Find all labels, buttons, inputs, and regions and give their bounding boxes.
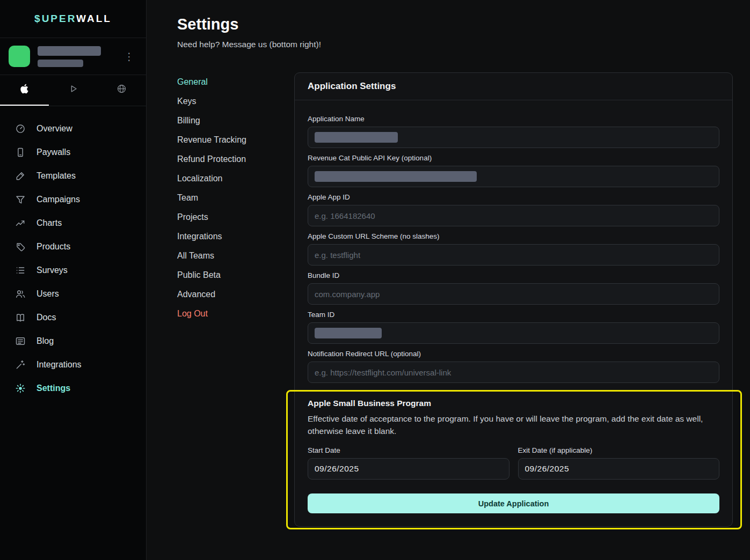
app-name-redacted (38, 46, 101, 67)
sidebar-nav: Overview Paywalls Templates Campaigns Ch… (0, 106, 146, 400)
settings-nav-general[interactable]: General (177, 72, 294, 92)
bundle-id-input[interactable] (308, 283, 719, 305)
page-title: Settings (177, 14, 733, 34)
sidebar-item-label: Products (37, 242, 70, 252)
apple-small-business-program-section: Apple Small Business Program Effective d… (308, 398, 719, 480)
sidebar-item-users[interactable]: Users (0, 282, 146, 306)
application-name-input[interactable] (308, 127, 719, 148)
blog-icon (15, 336, 26, 347)
start-date-input[interactable] (308, 458, 509, 480)
sidebar-item-blog[interactable]: Blog (0, 329, 146, 353)
revenuecat-api-key-input[interactable] (308, 166, 719, 187)
redacted-value (315, 328, 382, 338)
start-date-field: Start Date (308, 446, 509, 480)
sidebar-item-label: Integrations (37, 360, 82, 370)
bundle-id-label: Bundle ID (308, 271, 719, 280)
sidebar-item-label: Users (37, 289, 59, 299)
sidebar-item-templates[interactable]: Templates (0, 164, 146, 188)
sidebar-item-docs[interactable]: Docs (0, 306, 146, 329)
notification-redirect-url-label: Notification Redirect URL (optional) (308, 349, 719, 358)
sidebar-item-overview[interactable]: Overview (0, 117, 146, 141)
surveys-icon (15, 265, 26, 276)
settings-nav-advanced[interactable]: Advanced (177, 285, 294, 304)
team-id-input[interactable] (308, 322, 719, 344)
settings-nav-billing[interactable]: Billing (177, 111, 294, 130)
sidebar: $UPERWALL ⋮ (0, 0, 147, 560)
paywalls-icon (15, 147, 26, 158)
field-bundle-id: Bundle ID (308, 271, 719, 305)
settings-nav-team[interactable]: Team (177, 188, 294, 208)
redacted-app-subtitle (38, 60, 83, 67)
apple-app-id-label: Apple App ID (308, 193, 719, 202)
revenuecat-api-key-label: Revenue Cat Public API Key (optional) (308, 153, 719, 163)
apple-custom-url-scheme-label: Apple Custom URL Scheme (no slashes) (308, 232, 719, 241)
kebab-menu-icon[interactable]: ⋮ (121, 49, 137, 64)
settings-nav-all-teams[interactable]: All Teams (177, 246, 294, 266)
tab-google-play-platform[interactable] (49, 75, 98, 106)
settings-nav-revenue-tracking[interactable]: Revenue Tracking (177, 130, 294, 150)
logo-text: $UPERWALL (34, 13, 112, 25)
redacted-value (315, 132, 398, 143)
docs-icon (15, 312, 26, 323)
team-id-label: Team ID (308, 310, 719, 319)
charts-icon (15, 218, 26, 229)
sidebar-item-label: Settings (37, 384, 70, 393)
redacted-value (315, 171, 477, 182)
card-title: Application Settings (295, 73, 732, 100)
exit-date-field: Exit Date (if applicable) (518, 446, 720, 480)
settings-nav-public-beta[interactable]: Public Beta (177, 266, 294, 285)
sidebar-item-label: Charts (37, 218, 62, 228)
apple-custom-url-scheme-input[interactable] (308, 244, 719, 266)
platform-tabs (0, 75, 146, 106)
google-play-icon (68, 84, 78, 96)
notification-redirect-url-input[interactable] (308, 362, 719, 383)
templates-icon (15, 171, 26, 181)
field-application-name: Application Name (308, 114, 719, 148)
exit-date-label: Exit Date (if applicable) (518, 446, 720, 455)
update-application-button[interactable]: Update Application (308, 493, 719, 513)
field-apple-custom-url-scheme: Apple Custom URL Scheme (no slashes) (308, 232, 719, 266)
tab-web-platform[interactable] (97, 75, 146, 106)
sidebar-item-campaigns[interactable]: Campaigns (0, 188, 146, 211)
sidebar-item-settings[interactable]: Settings (0, 377, 146, 400)
exit-date-input[interactable] (518, 458, 720, 480)
superwall-logo[interactable]: $UPERWALL (0, 0, 146, 38)
sidebar-item-label: Templates (37, 171, 76, 181)
settings-nav-log-out[interactable]: Log Out (177, 304, 294, 323)
small-business-description: Effective date of acceptance to the prog… (308, 412, 719, 437)
start-date-label: Start Date (308, 446, 509, 455)
globe-icon (116, 84, 127, 96)
sidebar-item-paywalls[interactable]: Paywalls (0, 141, 146, 164)
apple-icon (19, 84, 30, 96)
app-avatar (9, 46, 30, 67)
apple-app-id-input[interactable] (308, 205, 719, 226)
sidebar-item-integrations[interactable]: Integrations (0, 353, 146, 377)
sidebar-item-products[interactable]: Products (0, 235, 146, 259)
settings-nav-localization[interactable]: Localization (177, 169, 294, 188)
field-team-id: Team ID (308, 310, 719, 344)
page-subtitle: Need help? Message us (bottom right)! (177, 40, 733, 49)
settings-nav-projects[interactable]: Projects (177, 208, 294, 227)
redacted-app-name (38, 46, 101, 56)
settings-nav-refund-protection[interactable]: Refund Protection (177, 150, 294, 169)
tab-apple-platform[interactable] (0, 75, 49, 106)
users-icon (15, 289, 26, 299)
sidebar-item-label: Surveys (37, 266, 68, 275)
settings-nav-integrations[interactable]: Integrations (177, 227, 294, 246)
app-switcher[interactable]: ⋮ (0, 38, 146, 75)
small-business-title: Apple Small Business Program (308, 398, 719, 408)
main-content: Settings Need help? Message us (bottom r… (147, 0, 750, 560)
field-revenuecat-api-key: Revenue Cat Public API Key (optional) (308, 153, 719, 187)
sidebar-item-charts[interactable]: Charts (0, 211, 146, 235)
integrations-icon (15, 359, 26, 370)
settings-nav: General Keys Billing Revenue Tracking Re… (177, 72, 294, 323)
campaigns-icon (15, 194, 26, 205)
sidebar-item-surveys[interactable]: Surveys (0, 259, 146, 282)
sidebar-item-label: Paywalls (37, 148, 70, 157)
gear-icon (15, 383, 26, 394)
overview-icon (15, 123, 26, 134)
application-settings-card: Application Settings Application Name Re… (294, 72, 733, 527)
products-icon (15, 241, 26, 252)
settings-nav-keys[interactable]: Keys (177, 92, 294, 111)
sidebar-item-label: Docs (37, 313, 56, 322)
